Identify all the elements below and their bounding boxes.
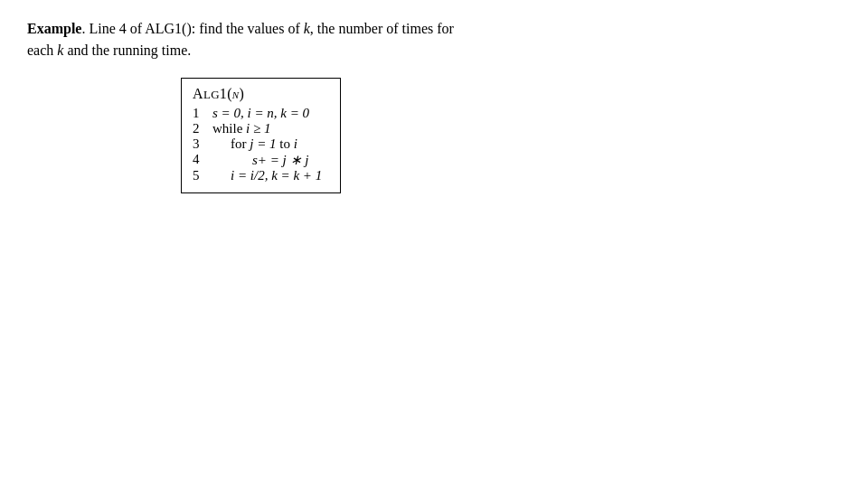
line-number-3: 3 [193, 136, 212, 152]
line-code-5: i = i/2, k = k + 1 [212, 168, 322, 183]
table-row: 3 for j = 1 to i [193, 136, 322, 152]
table-row: 4 s+ = j ∗ j [193, 152, 322, 168]
line-number-4: 4 [193, 152, 212, 168]
line-number-1: 1 [193, 106, 212, 121]
line-code-2: while i ≥ 1 [212, 121, 322, 136]
algorithm-box: ALG1(n) 1 s = 0, i = n, k = 0 2 while i … [181, 78, 341, 193]
algorithm-lines: 1 s = 0, i = n, k = 0 2 while i ≥ 1 3 fo… [193, 106, 322, 183]
line-code-4: s+ = j ∗ j [212, 152, 322, 168]
intro-text-1: . Line 4 of ALG1(): find the values of k… [81, 21, 453, 36]
line-number-2: 2 [193, 121, 212, 136]
line-number-5: 5 [193, 168, 212, 183]
line-code-3: for j = 1 to i [212, 136, 322, 152]
table-row: 1 s = 0, i = n, k = 0 [193, 106, 322, 121]
line-code-1: s = 0, i = n, k = 0 [212, 106, 322, 121]
intro-paragraph: Example. Line 4 of ALG1(): find the valu… [27, 18, 841, 61]
table-row: 5 i = i/2, k = k + 1 [193, 168, 322, 183]
example-label: Example [27, 21, 81, 36]
intro-text-2: each k and the running time. [27, 42, 191, 58]
algorithm-title: ALG1(n) [193, 86, 322, 102]
table-row: 2 while i ≥ 1 [193, 121, 322, 136]
